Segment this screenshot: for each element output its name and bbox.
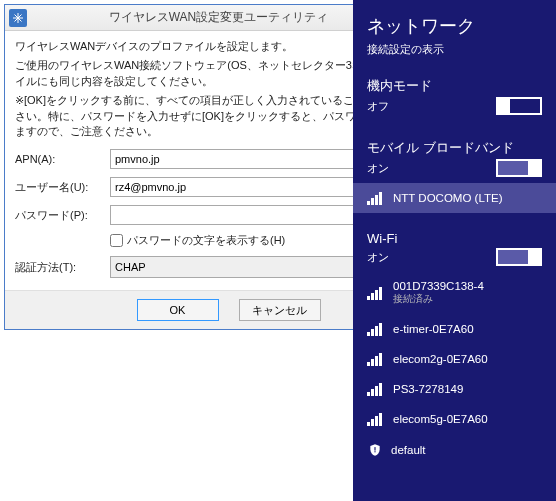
wifi-signal-icon: [367, 352, 385, 366]
wifi-item-name: elecom5g-0E7A60: [393, 413, 488, 425]
view-settings-link[interactable]: 接続設定の表示: [353, 42, 556, 71]
svg-rect-1: [374, 451, 375, 452]
wifi-item-name: PS3-7278149: [393, 383, 463, 395]
airplane-mode-toggle[interactable]: [496, 97, 542, 115]
broadband-item[interactable]: NTT DOCOMO (LTE): [353, 183, 556, 213]
network-heading: ネットワーク: [353, 14, 556, 42]
broadband-item-name: NTT DOCOMO (LTE): [393, 192, 502, 204]
network-flyout: ネットワーク 接続設定の表示 機内モード オフ モバイル ブロードバンド オン …: [353, 0, 556, 501]
wifi-item[interactable]: default: [353, 434, 556, 466]
signal-icon: [367, 191, 385, 205]
mobile-broadband-state: オン: [367, 161, 389, 176]
mobile-broadband-title: モバイル ブロードバンド: [353, 133, 556, 159]
show-password-checkbox[interactable]: [110, 234, 123, 247]
wifi-item[interactable]: e-timer-0E7A60: [353, 314, 556, 344]
wifi-item[interactable]: PS3-7278149: [353, 374, 556, 404]
wifi-item-name: 001D7339C138-4: [393, 280, 484, 292]
wifi-item[interactable]: elecom2g-0E7A60: [353, 344, 556, 374]
wifi-item-status: 接続済み: [393, 292, 484, 306]
wifi-item-name: e-timer-0E7A60: [393, 323, 474, 335]
auth-label: 認証方法(T):: [15, 260, 110, 275]
wifi-title: Wi-Fi: [353, 225, 556, 248]
airplane-mode-state: オフ: [367, 99, 389, 114]
apn-label: APN(A):: [15, 153, 110, 165]
wifi-signal-icon: [367, 412, 385, 426]
ok-button[interactable]: OK: [137, 299, 219, 321]
wifi-item-name: default: [391, 444, 426, 456]
username-label: ユーザー名(U):: [15, 180, 110, 195]
wifi-signal-icon: [367, 382, 385, 396]
airplane-mode-title: 機内モード: [353, 71, 556, 97]
wifi-item[interactable]: 001D7339C138-4 接続済み: [353, 272, 556, 314]
svg-rect-0: [374, 447, 375, 451]
wifi-item[interactable]: elecom5g-0E7A60: [353, 404, 556, 434]
wifi-signal-icon: [367, 322, 385, 336]
wifi-state: オン: [367, 250, 389, 265]
wifi-toggle[interactable]: [496, 248, 542, 266]
cancel-button[interactable]: キャンセル: [239, 299, 321, 321]
show-password-label: パスワードの文字を表示する(H): [127, 233, 285, 248]
shield-warning-icon: [367, 442, 383, 458]
mobile-broadband-toggle[interactable]: [496, 159, 542, 177]
wifi-signal-icon: [367, 286, 385, 300]
window-title: ワイヤレスWAN設定変更ユーティリティ: [31, 9, 406, 26]
wifi-item-name: elecom2g-0E7A60: [393, 353, 488, 365]
app-icon: [9, 9, 27, 27]
password-label: パスワード(P):: [15, 208, 110, 223]
